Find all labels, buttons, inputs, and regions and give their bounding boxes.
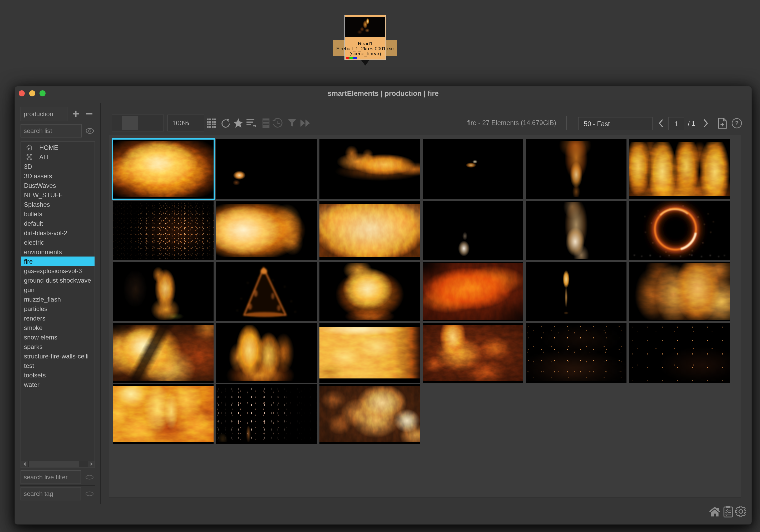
svg-text:?: ?	[735, 120, 739, 127]
